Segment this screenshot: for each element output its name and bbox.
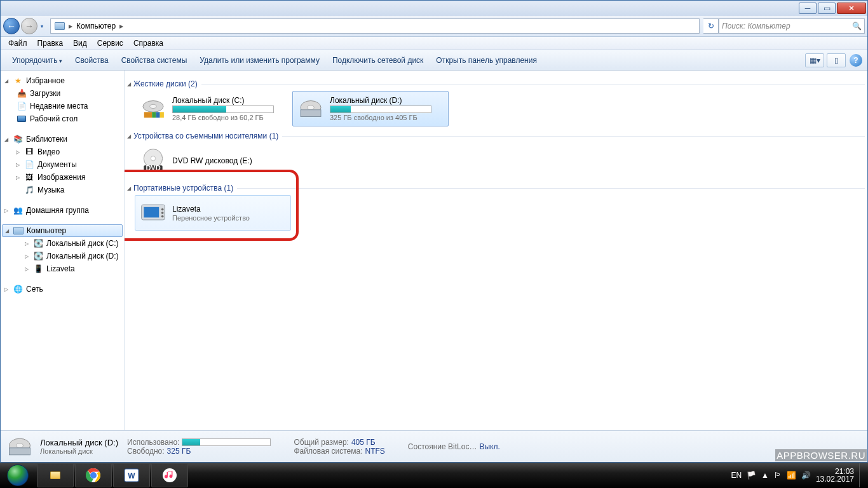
sidebar-network[interactable]: ▷🌐Сеть: [1, 283, 124, 295]
details-used-label: Использовано:: [127, 438, 179, 447]
sidebar-computer[interactable]: ◢Компьютер: [2, 224, 123, 237]
details-bitlocker-label: Состояние BitLoc…: [408, 442, 477, 451]
cmd-uninstall[interactable]: Удалить или изменить программу: [193, 53, 326, 67]
cmd-map-drive[interactable]: Подключить сетевой диск: [326, 53, 430, 67]
menu-tools[interactable]: Сервис: [92, 37, 128, 49]
details-free-value: 325 ГБ: [167, 447, 191, 456]
pictures-icon: 🖼: [24, 172, 35, 182]
usage-bar: [330, 105, 431, 113]
sidebar-homegroup[interactable]: ▷👥Домашняя группа: [1, 204, 124, 217]
sidebar-recent[interactable]: 📄Недавние места: [1, 100, 124, 112]
language-indicator[interactable]: EN: [731, 471, 742, 480]
minimize-button[interactable]: ─: [799, 3, 817, 14]
cmd-control-panel[interactable]: Открыть панель управления: [430, 53, 543, 67]
tile-dvd[interactable]: DVD DVD RW дисковод (E:): [135, 143, 291, 179]
cmd-system-properties[interactable]: Свойства системы: [115, 53, 194, 67]
history-dropdown[interactable]: ▾: [37, 18, 46, 34]
svg-point-15: [161, 208, 164, 211]
chrome-icon: [86, 468, 101, 483]
tile-drive-d[interactable]: Локальный диск (D:) 325 ГБ свободно из 4…: [292, 91, 449, 126]
start-button[interactable]: [0, 463, 36, 488]
tray-action-center-icon[interactable]: 🏳: [774, 471, 782, 480]
close-button[interactable]: ✕: [837, 3, 866, 14]
sidebar-item-label: Домашняя группа: [26, 206, 89, 215]
search-input[interactable]: Поиск: Компьютер 🔍: [719, 18, 865, 34]
tile-label: DVD RW дисковод (E:): [172, 156, 288, 165]
svg-rect-5: [160, 112, 164, 118]
homegroup-icon: 👥: [12, 205, 24, 215]
sidebar-favorites[interactable]: ◢★Избранное: [1, 74, 124, 87]
menu-help[interactable]: Справка: [128, 37, 168, 49]
details-free-label: Свободно:: [127, 447, 165, 456]
menu-view[interactable]: Вид: [68, 37, 92, 49]
help-button[interactable]: ?: [850, 54, 862, 67]
refresh-button[interactable]: ↻: [703, 18, 719, 34]
svg-text:DVD: DVD: [146, 164, 160, 172]
sidebar-pictures[interactable]: ▷🖼Изображения: [1, 171, 124, 184]
taskbar-chrome[interactable]: [75, 463, 112, 487]
clock-date: 13.02.2017: [816, 475, 854, 483]
svg-rect-8: [301, 110, 321, 117]
portable-device-icon: [138, 198, 168, 228]
word-icon: W: [123, 467, 140, 484]
sidebar-libraries[interactable]: ◢📚Библиотеки: [1, 133, 124, 146]
menu-file[interactable]: Файл: [3, 37, 32, 49]
group-header-label: Устройства со съемными носителями (1): [133, 132, 278, 140]
sidebar-item-label: Музыка: [37, 186, 64, 194]
search-placeholder: Поиск: Компьютер: [722, 22, 790, 30]
details-bitlocker-value: Выкл.: [479, 442, 499, 451]
sidebar-downloads[interactable]: 📥Загрузки: [1, 87, 124, 100]
forward-button[interactable]: →: [21, 18, 37, 34]
menu-edit[interactable]: Правка: [32, 37, 69, 49]
maximize-button[interactable]: ▭: [818, 3, 836, 14]
group-header-label: Жесткие диски (2): [133, 79, 198, 88]
tile-subtext: 28,4 ГБ свободно из 60,2 ГБ: [172, 114, 288, 121]
libraries-icon: 📚: [12, 134, 24, 144]
tray-flag-icon[interactable]: 🏳️: [747, 471, 756, 480]
sidebar-lizaveta[interactable]: ▷📱Lizaveta: [1, 262, 124, 275]
sidebar-drive-d[interactable]: ▷💽Локальный диск (D:): [1, 250, 124, 262]
show-desktop-button[interactable]: [859, 463, 864, 487]
taskbar-word[interactable]: W: [113, 463, 150, 487]
sidebar-item-label: Недавние места: [30, 102, 88, 111]
view-mode-button[interactable]: ▦▾: [805, 53, 824, 67]
tray-volume-icon[interactable]: 🔊: [801, 471, 811, 480]
sidebar-documents[interactable]: ▷📄Документы: [1, 158, 124, 171]
chevron-right-icon[interactable]: ▶: [118, 24, 125, 29]
tray-up-icon[interactable]: ▲: [761, 471, 769, 480]
sidebar-item-label: Документы: [37, 160, 77, 169]
breadcrumb-root-icon[interactable]: [52, 19, 67, 33]
sidebar-video[interactable]: ▷🎞Видео: [1, 146, 124, 158]
system-tray[interactable]: EN 🏳️ ▲ 🏳 📶 🔊 21:03 13.02.2017: [731, 463, 868, 488]
hdd-icon: [6, 434, 34, 459]
sidebar-music[interactable]: 🎵Музыка: [1, 184, 124, 196]
cmd-properties[interactable]: Свойства: [69, 53, 115, 67]
taskbar-itunes[interactable]: [151, 463, 188, 487]
recent-icon: 📄: [16, 101, 27, 111]
sidebar-item-label: Lizaveta: [46, 264, 75, 273]
group-portable[interactable]: ◢Портативные устройства (1): [127, 181, 865, 195]
tray-network-icon[interactable]: 📶: [787, 471, 796, 480]
tile-label: Локальный диск (C:): [172, 96, 288, 105]
content-pane[interactable]: ◢Жесткие диски (2) Локальный диск (C:) 2…: [125, 71, 867, 430]
device-icon: 📱: [32, 264, 44, 274]
group-removable[interactable]: ◢Устройства со съемными носителями (1): [127, 129, 865, 143]
folder-icon: [50, 471, 60, 479]
computer-icon: [13, 226, 24, 236]
cmd-organize[interactable]: Упорядочить: [6, 53, 69, 67]
clock[interactable]: 21:03 13.02.2017: [816, 468, 854, 483]
preview-pane-button[interactable]: ▯: [827, 53, 846, 67]
sidebar-drive-c[interactable]: ▷💽Локальный диск (C:): [1, 237, 124, 250]
tile-drive-c[interactable]: Локальный диск (C:) 28,4 ГБ свободно из …: [135, 91, 291, 126]
svg-point-1: [150, 104, 157, 108]
back-button[interactable]: ←: [3, 18, 20, 34]
address-bar[interactable]: ▶ Компьютер ▶: [50, 18, 700, 34]
details-fs-value: NTFS: [365, 447, 384, 456]
taskbar-explorer[interactable]: [37, 463, 74, 487]
group-hard-drives[interactable]: ◢Жесткие диски (2): [127, 77, 865, 91]
chevron-right-icon[interactable]: ▶: [67, 24, 74, 29]
sidebar-desktop[interactable]: Рабочий стол: [1, 112, 124, 125]
breadcrumb-computer[interactable]: Компьютер: [74, 19, 118, 33]
hdd-icon: [295, 93, 326, 124]
tile-lizaveta[interactable]: Lizaveta Переносное устройство: [135, 195, 291, 231]
